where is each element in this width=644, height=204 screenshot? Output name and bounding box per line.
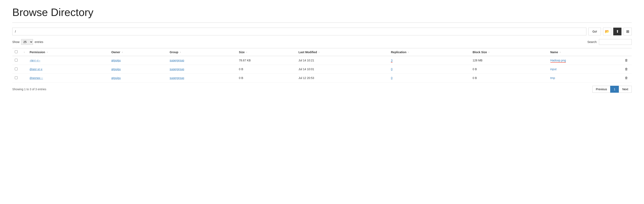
owner-link-1[interactable]: atguigu (111, 67, 121, 71)
col-size[interactable]: Size ↕ (236, 48, 296, 56)
upload-button[interactable]: ⬆ (613, 28, 622, 35)
folder-button[interactable]: 📂 (603, 28, 611, 35)
col-last-modified[interactable]: Last Modified ↕ (296, 48, 388, 56)
sort-replication-icon: ↕ (408, 51, 409, 53)
show-label: Show (12, 40, 20, 44)
show-entries-control: Show 10 25 50 100 entries (12, 39, 43, 45)
table-body: -rw-r--r--atguigusupergroup78.67 KBJul 1… (12, 56, 632, 82)
permission-link-2[interactable]: drwxrwx--- (30, 76, 43, 80)
go-button[interactable]: Go! (588, 28, 601, 35)
block-size-cell-0: 128 MB (470, 56, 548, 65)
next-button[interactable]: Next (619, 86, 632, 93)
replication-link-2[interactable]: 0 (391, 76, 392, 80)
delete-button-0[interactable]: 🗑 (624, 58, 629, 63)
col-actions (621, 48, 632, 56)
table-row: drwxr-xr-xatguigusupergroup0 BJul 14 10:… (12, 65, 632, 74)
col-owner[interactable]: Owner ↕ (109, 48, 167, 56)
col-checkbox (12, 48, 20, 56)
entries-select[interactable]: 10 25 50 100 (21, 39, 33, 45)
pagination: Previous 1 Next (592, 86, 632, 93)
sort-name-icon: ↕ (560, 51, 561, 53)
sort-last-modified-icon: ↕ (318, 51, 320, 53)
row-checkbox-0[interactable] (15, 59, 18, 62)
replication-link-1[interactable]: 0 (391, 67, 392, 71)
table-header-row: ↕ Permission ↕ Owner ↕ Group ↕ Size ↕ La… (12, 48, 632, 56)
previous-button[interactable]: Previous (592, 86, 610, 93)
block-size-cell-1: 0 B (470, 65, 548, 74)
upload-icon: ⬆ (616, 29, 619, 34)
last-modified-cell-0: Jul 14 10:21 (296, 56, 388, 65)
group-link-2[interactable]: supergroup (170, 76, 184, 80)
page-title: Browse Directory (12, 6, 632, 18)
entries-label: entries (35, 40, 43, 44)
table-row: -rw-r--r--atguigusupergroup78.67 KBJul 1… (12, 56, 632, 65)
title-divider (12, 22, 632, 23)
delete-button-1[interactable]: 🗑 (624, 67, 629, 71)
name-link-0[interactable]: Hadoop.png (550, 59, 566, 62)
row-checkbox-1[interactable] (15, 67, 18, 70)
group-link-0[interactable]: supergroup (170, 59, 184, 62)
table-view-button[interactable]: ⊞ (624, 28, 632, 35)
path-row: Go! 📂 ⬆ ⊞ (12, 28, 632, 35)
col-name[interactable]: Name ↕ (548, 48, 621, 56)
group-link-1[interactable]: supergroup (170, 67, 184, 71)
table-icon: ⊞ (626, 29, 629, 34)
permission-link-1[interactable]: drwxr-xr-x (30, 67, 42, 71)
replication-link-0[interactable]: 3 (391, 59, 392, 62)
col-sort-all[interactable]: ↕ (20, 48, 27, 56)
size-cell-2: 0 B (236, 74, 296, 82)
path-input[interactable] (12, 28, 586, 35)
delete-button-2[interactable]: 🗑 (624, 76, 629, 80)
col-permission[interactable]: Permission ↕ (27, 48, 109, 56)
size-cell-1: 0 B (236, 65, 296, 74)
controls-row: Show 10 25 50 100 entries Search: (12, 39, 632, 45)
last-modified-cell-1: Jul 14 10:01 (296, 65, 388, 74)
table-row: drwxrwx---atguigusupergroup0 BJul 12 20:… (12, 74, 632, 82)
search-input[interactable] (599, 39, 632, 45)
page-1-button[interactable]: 1 (610, 86, 619, 93)
search-label: Search: (588, 40, 597, 44)
footer-row: Showing 1 to 3 of 3 entries Previous 1 N… (12, 86, 632, 93)
directory-table: ↕ Permission ↕ Owner ↕ Group ↕ Size ↕ La… (12, 48, 632, 82)
sort-permission-icon: ↕ (47, 51, 48, 53)
col-replication[interactable]: Replication ↕ (388, 48, 470, 56)
owner-link-2[interactable]: atguigu (111, 76, 121, 80)
permission-link-0[interactable]: -rw-r--r-- (30, 59, 40, 62)
col-block-size[interactable]: Block Size ↕ (470, 48, 548, 56)
name-link-1[interactable]: input (550, 67, 556, 71)
row-checkbox-2[interactable] (15, 76, 18, 79)
name-link-2[interactable]: tmp (550, 76, 555, 80)
select-all-checkbox[interactable] (15, 50, 18, 53)
search-control: Search: (588, 39, 632, 45)
sort-group-icon: ↕ (180, 51, 181, 53)
showing-text: Showing 1 to 3 of 3 entries (12, 88, 46, 91)
sort-block-size-icon: ↕ (489, 51, 490, 53)
owner-link-0[interactable]: atguigu (111, 59, 121, 62)
size-cell-0: 78.67 KB (236, 56, 296, 65)
folder-icon: 📂 (605, 29, 609, 34)
last-modified-cell-2: Jul 12 20:53 (296, 74, 388, 82)
sort-all-icon: ↕ (24, 51, 25, 53)
block-size-cell-2: 0 B (470, 74, 548, 82)
sort-size-icon: ↕ (246, 51, 247, 53)
sort-owner-icon: ↕ (122, 51, 123, 53)
col-group[interactable]: Group ↕ (167, 48, 236, 56)
